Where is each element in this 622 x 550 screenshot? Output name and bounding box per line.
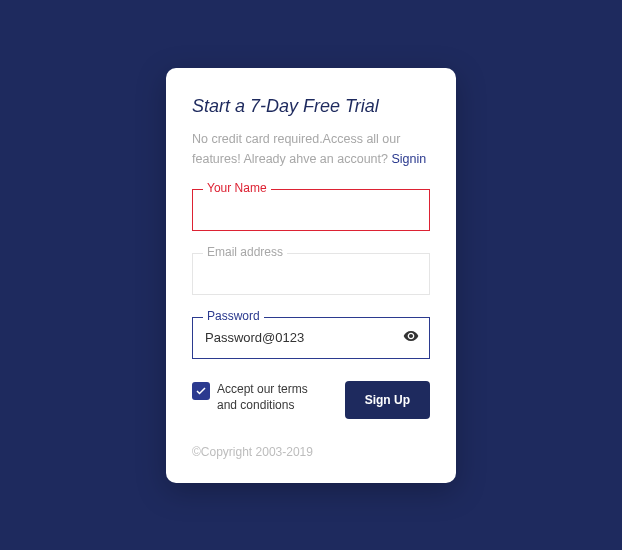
email-label: Email address xyxy=(203,245,287,259)
name-label: Your Name xyxy=(203,181,271,195)
copyright: ©Copyright 2003-2019 xyxy=(192,445,430,459)
eye-icon[interactable] xyxy=(403,328,419,348)
signup-button[interactable]: Sign Up xyxy=(345,381,430,419)
email-input[interactable] xyxy=(193,254,429,294)
password-field: Password xyxy=(192,317,430,359)
subtitle-text: No credit card required.Access all our f… xyxy=(192,132,400,166)
subtitle: No credit card required.Access all our f… xyxy=(192,129,430,169)
terms-checkbox[interactable] xyxy=(192,382,210,400)
terms-label: Accept our terms and conditions xyxy=(217,381,327,415)
bottom-row: Accept our terms and conditions Sign Up xyxy=(192,381,430,419)
password-input[interactable] xyxy=(193,318,429,358)
terms-checkbox-wrap: Accept our terms and conditions xyxy=(192,381,327,415)
signup-card: Start a 7-Day Free Trial No credit card … xyxy=(166,68,456,483)
password-label: Password xyxy=(203,309,264,323)
email-field: Email address xyxy=(192,253,430,295)
page-title: Start a 7-Day Free Trial xyxy=(192,96,430,117)
name-input[interactable] xyxy=(193,190,429,230)
name-field: Your Name xyxy=(192,189,430,231)
signin-link[interactable]: Signin xyxy=(391,152,426,166)
